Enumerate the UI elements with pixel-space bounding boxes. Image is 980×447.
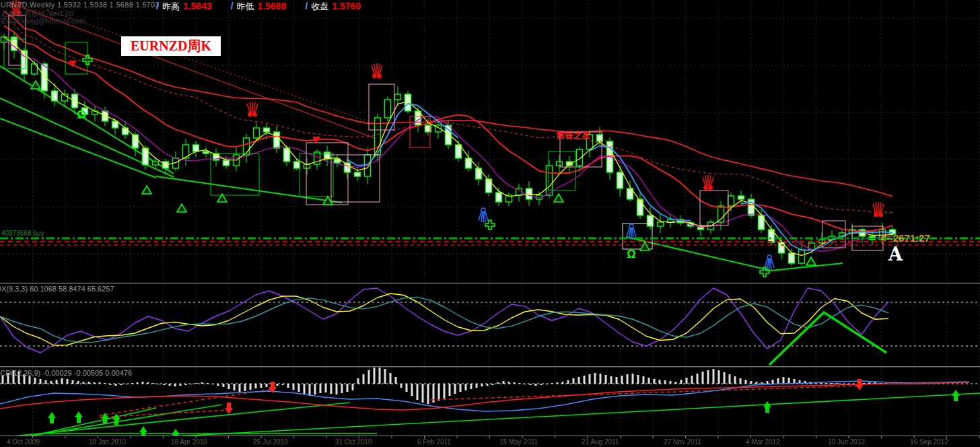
slash-divider: / <box>305 1 308 11</box>
candle-body <box>557 162 563 166</box>
axis-date-label: 15 May 2011 <box>499 438 538 446</box>
quote-close: / 收盘 1.5760 <box>305 1 361 13</box>
candle-body <box>153 162 159 165</box>
up-arrow-icon <box>112 413 120 425</box>
candle-body <box>52 91 58 101</box>
candle-body <box>385 100 391 118</box>
axis-date-label: 6 Feb 2011 <box>417 438 451 446</box>
cross-icon <box>485 220 495 230</box>
candle-body <box>658 222 664 226</box>
candle-body <box>193 145 199 151</box>
candle-body <box>123 128 129 135</box>
quote-value: 1.5688 <box>258 1 287 11</box>
candle-body <box>668 219 674 222</box>
price-countdown-tag[interactable]: <--2671:27 <box>880 232 930 244</box>
candle-body <box>789 253 795 263</box>
evening-star-pattern-label[interactable]: 黄昏之星 <box>556 129 591 141</box>
up-arrow-icon <box>172 429 180 436</box>
up-arrow-icon <box>952 390 960 401</box>
quote-label: 昨高 <box>162 1 180 13</box>
red-trendlines[interactable] <box>24 8 387 143</box>
red-dashed-trendlines[interactable] <box>100 386 860 417</box>
axis-date-label: 27 Nov 2011 <box>664 438 701 446</box>
candle-body <box>355 172 361 176</box>
down-arrow-icon <box>225 403 233 414</box>
quote-value: 1.5760 <box>332 1 361 11</box>
kdj-k-line <box>0 294 888 345</box>
up-triangle-icon <box>142 186 151 194</box>
up-arrow-icon <box>139 426 147 436</box>
candle-body <box>42 64 48 91</box>
axis-date-label: 21 Aug 2011 <box>582 438 619 446</box>
quote-prev-high: / 昨高 1.5843 <box>156 1 212 13</box>
omega-icon: Ω <box>77 108 86 121</box>
time-axis[interactable]: 4 Oct 200910 Jan 201018 Apr 201025 Jul 2… <box>0 436 980 447</box>
candle-body <box>617 172 623 188</box>
watermark-email-text: Email:kong@hotmail.com <box>1 17 85 25</box>
slash-divider: / <box>156 1 159 11</box>
candle-body <box>486 179 492 193</box>
blue-hand-icon[interactable] <box>479 208 488 223</box>
up-triangle-icon <box>177 204 186 212</box>
candle-body <box>264 128 270 132</box>
up-triangle-icon <box>554 194 563 202</box>
sell-flame-icon[interactable] <box>247 102 258 116</box>
axis-date-label: 31 Oct 2010 <box>335 438 372 446</box>
candle-body <box>254 128 260 138</box>
candle-body <box>718 206 724 222</box>
grid-lines <box>33 284 980 366</box>
axis-date-label: 18 Apr 2010 <box>171 438 207 446</box>
axis-date-label: 10 Jan 2010 <box>89 438 126 446</box>
candle-body <box>799 250 805 263</box>
macd-signal-line <box>0 382 969 410</box>
candle-body <box>496 193 502 202</box>
macd-panel-canvas[interactable] <box>0 368 980 436</box>
sell-flame-icon[interactable] <box>703 175 713 190</box>
candle-body <box>203 151 209 153</box>
grid-lines <box>33 368 980 436</box>
ma-cyan-segment <box>347 104 458 166</box>
up-arrow-icon <box>75 411 83 423</box>
up-triangle-icon <box>640 242 650 250</box>
candle-body <box>395 94 401 100</box>
candle-body <box>456 145 462 158</box>
slash-divider: / <box>231 1 234 11</box>
candle-body <box>476 168 482 179</box>
kdj-indicator-values: DX(9,3,3) 60.1068 58.8474 65.6257 <box>0 285 114 293</box>
macd-indicator-values: ACD(12,26,9) -0.00029 -0.00505 0.00476 <box>0 369 132 377</box>
candle-body <box>728 196 734 206</box>
candle-body <box>274 132 280 148</box>
quote-label: 昨低 <box>237 1 254 13</box>
kdj-j-line <box>0 288 888 353</box>
candlesticks <box>1 31 896 266</box>
up-arrow-icon <box>48 412 56 423</box>
axis-date-label: 4 Oct 2009 <box>7 438 40 446</box>
axis-date-label: 4 Mar 2012 <box>746 438 780 446</box>
symbol-ohlc-readout: EURNZD,Weekly 1.5932 1.5938 1.5688 1.570… <box>0 1 160 9</box>
quote-prev-low: / 昨低 1.5688 <box>231 1 287 13</box>
red-down-triangle-markers[interactable] <box>69 61 320 143</box>
candle-body <box>405 94 411 111</box>
candle-body <box>294 162 300 168</box>
up-arrow-icon <box>763 401 771 413</box>
quote-value: 1.5843 <box>183 1 212 11</box>
axis-date-label: 16 Sep 2012 <box>910 438 948 446</box>
up-triangle-icon <box>806 257 816 265</box>
candle-body <box>223 160 230 166</box>
quote-label: 收盘 <box>311 1 328 13</box>
candle-body <box>526 188 532 199</box>
axis-date-label: 10 Jun 2012 <box>828 438 865 446</box>
axis-date-label: 25 Jul 2010 <box>253 438 288 446</box>
axis-date-labels: 4 Oct 200910 Jan 201018 Apr 201025 Jul 2… <box>7 438 948 446</box>
buy-order-line-label[interactable]: 40873668 buy <box>1 230 44 237</box>
candle-body <box>567 162 573 166</box>
quote-bar: / 昨高 1.5843 / 昨低 1.5688 / 收盘 1.5760 <box>156 1 361 13</box>
point-a-annotation[interactable]: A <box>888 244 903 265</box>
candle-body <box>738 196 744 199</box>
sell-flame-icon[interactable] <box>873 202 884 217</box>
omega-icon: Ω <box>627 248 636 261</box>
macd-histogram <box>3 368 886 404</box>
kdj-panel-canvas[interactable] <box>0 284 980 366</box>
trading-chart-window: ΩΩ 4 Oct 200910 Jan 201018 Apr 201025 Ju… <box>0 0 980 447</box>
chart-title-label[interactable]: EURNZD周K <box>121 36 221 56</box>
